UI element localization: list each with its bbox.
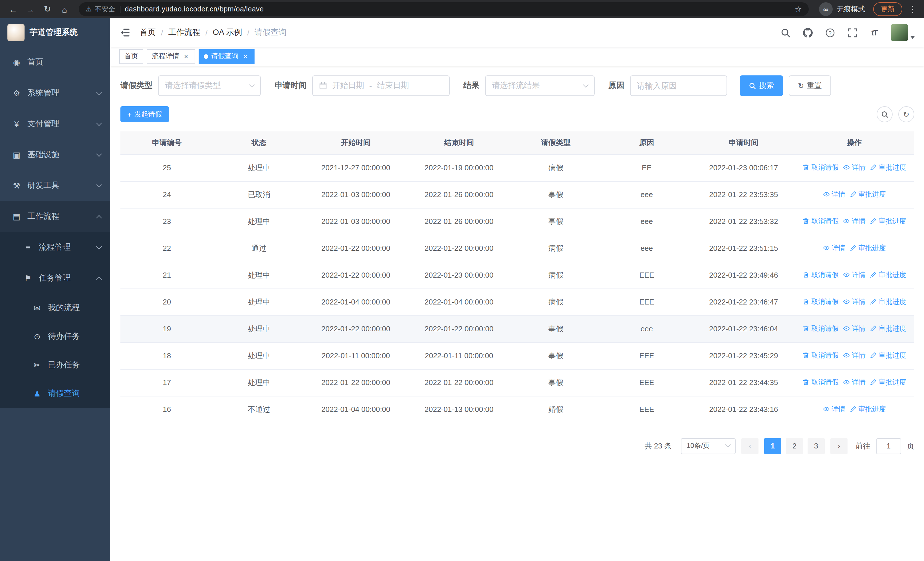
gear-icon: ⚙ — [11, 89, 22, 98]
detail-action-link[interactable]: 详情 — [823, 244, 845, 253]
progress-action-link[interactable]: 审批进度 — [870, 163, 906, 173]
breadcrumb-separator: / — [161, 28, 163, 37]
page-button-1[interactable]: 1 — [764, 438, 782, 454]
detail-action-link[interactable]: 详情 — [843, 217, 866, 226]
detail-action-link[interactable]: 详情 — [843, 163, 866, 173]
cell-status: 处理中 — [213, 154, 304, 181]
close-icon[interactable]: × — [182, 52, 190, 60]
cancel-action-link[interactable]: 取消请假 — [803, 351, 838, 361]
breadcrumb-item[interactable]: OA 示例 — [213, 27, 242, 38]
sidebar-item-task-mgmt[interactable]: ⚑任务管理 — [0, 263, 110, 294]
search-icon[interactable] — [780, 27, 791, 38]
detail-action-link[interactable]: 详情 — [843, 351, 866, 361]
cancel-action-link[interactable]: 取消请假 — [803, 163, 838, 173]
page-button-3[interactable]: 3 — [808, 438, 825, 454]
browser-home-icon[interactable]: ⌂ — [57, 2, 72, 17]
cancel-action-link[interactable]: 取消请假 — [803, 217, 838, 226]
github-icon[interactable] — [802, 27, 813, 38]
delete-icon — [803, 325, 810, 332]
sidebar-item-process-mgmt[interactable]: ≡流程管理 — [0, 232, 110, 263]
apply-time-range-picker[interactable]: 开始日期 - 结束日期 — [312, 75, 450, 96]
reason-label: 原因 — [608, 81, 624, 91]
sidebar-item-leave-query[interactable]: ♟请假查询 — [0, 379, 110, 408]
app-logo[interactable]: 芋道管理系统 — [0, 18, 110, 47]
progress-action-link[interactable]: 审批进度 — [870, 217, 906, 226]
browser-reload-icon[interactable]: ↻ — [40, 2, 55, 17]
sidebar-item-home[interactable]: ◉首页 — [0, 47, 110, 78]
pagination: 共 23 条 10条/页 ‹ 123 › 前往 页 — [120, 438, 914, 454]
progress-action-link[interactable]: 审批进度 — [870, 270, 906, 280]
tab-首页[interactable]: 首页 — [119, 49, 143, 64]
cell-apply-id: 19 — [120, 315, 213, 342]
sidebar-item-devtools[interactable]: ⚒研发工具 — [0, 170, 110, 201]
fullscreen-icon[interactable] — [846, 27, 858, 38]
sidebar-item-done-task[interactable]: ✂已办任务 — [0, 351, 110, 379]
security-warning[interactable]: ⚠ 不安全 — [86, 4, 115, 14]
browser-forward-icon[interactable]: → — [23, 2, 38, 17]
reason-input[interactable] — [630, 75, 727, 96]
progress-action-link[interactable]: 审批进度 — [870, 378, 906, 387]
sidebar-item-payment[interactable]: ¥支付管理 — [0, 108, 110, 139]
progress-action-link[interactable]: 审批进度 — [850, 405, 886, 414]
reset-button[interactable]: ↻ 重置 — [789, 75, 831, 96]
cancel-action-link[interactable]: 取消请假 — [803, 324, 838, 334]
sidebar-item-my-process[interactable]: ✉我的流程 — [0, 294, 110, 322]
cell-reason: eee — [601, 315, 693, 342]
sidebar-item-todo-task[interactable]: ⊙待办任务 — [0, 322, 110, 351]
detail-action-link[interactable]: 详情 — [843, 378, 866, 387]
refresh-table-button[interactable]: ↻ — [898, 106, 914, 122]
cell-status: 处理中 — [213, 369, 304, 396]
help-icon[interactable]: ? — [824, 27, 836, 38]
leave-type-placeholder: 请选择请假类型 — [165, 81, 221, 91]
cancel-action-link[interactable]: 取消请假 — [803, 297, 838, 307]
page-size-select[interactable]: 10条/页 — [681, 438, 736, 454]
sidebar-item-workflow[interactable]: ▤工作流程 — [0, 201, 110, 232]
breadcrumb-item[interactable]: 工作流程 — [168, 27, 200, 38]
result-select[interactable]: 请选择流结果 — [485, 75, 595, 96]
detail-action-link[interactable]: 详情 — [843, 270, 866, 280]
progress-action-link[interactable]: 审批进度 — [870, 324, 906, 334]
cell-apply-id: 18 — [120, 342, 213, 369]
progress-action-link[interactable]: 审批进度 — [850, 190, 886, 199]
cancel-action-link[interactable]: 取消请假 — [803, 378, 838, 387]
leave-type-select[interactable]: 请选择请假类型 — [158, 75, 261, 96]
detail-action-link[interactable]: 详情 — [823, 190, 845, 199]
progress-action-link[interactable]: 审批进度 — [870, 351, 906, 361]
tab-流程详情[interactable]: 流程详情× — [147, 49, 195, 64]
sidebar-item-system[interactable]: ⚙系统管理 — [0, 78, 110, 108]
sidebar-item-label: 支付管理 — [27, 119, 97, 129]
create-leave-button[interactable]: + 发起请假 — [120, 106, 169, 122]
cell-end-time: 2022-01-22 00:00:00 — [407, 369, 511, 396]
cell-apply-time: 2022-01-22 23:49:46 — [693, 262, 795, 289]
cancel-action-link[interactable]: 取消请假 — [803, 270, 838, 280]
goto-page-input[interactable] — [876, 438, 901, 454]
next-page-button[interactable]: › — [830, 438, 848, 454]
eye-icon — [843, 272, 850, 278]
tab-请假查询[interactable]: 请假查询× — [199, 49, 255, 64]
sidebar-collapse-icon[interactable] — [119, 27, 131, 38]
search-button[interactable]: 搜索 — [740, 75, 783, 96]
progress-action-link[interactable]: 审批进度 — [850, 244, 886, 253]
prev-page-button[interactable]: ‹ — [741, 438, 759, 454]
detail-action-link[interactable]: 详情 — [843, 297, 866, 307]
address-bar[interactable]: ⚠ 不安全 dashboard.yudao.iocoder.cn/bpm/oa/… — [79, 2, 809, 16]
toggle-search-button[interactable] — [877, 106, 892, 122]
browser-update-button[interactable]: 更新 — [873, 2, 902, 16]
cell-actions: 取消请假详情审批进度 — [795, 315, 914, 342]
browser-back-icon[interactable]: ← — [6, 2, 21, 17]
user-avatar[interactable] — [891, 24, 915, 41]
cell-apply-time: 2022-01-22 23:46:04 — [693, 315, 795, 342]
detail-action-link[interactable]: 详情 — [843, 324, 866, 334]
sidebar-item-infra[interactable]: ▣基础设施 — [0, 139, 110, 170]
cell-start-time: 2022-01-04 00:00:00 — [304, 396, 407, 423]
page-button-2[interactable]: 2 — [786, 438, 803, 454]
close-icon[interactable]: × — [242, 52, 249, 60]
browser-menu-icon[interactable]: ⋮ — [907, 4, 918, 14]
detail-action-link[interactable]: 详情 — [823, 405, 845, 414]
bookmark-star-icon[interactable]: ☆ — [795, 5, 802, 14]
font-size-icon[interactable]: tT — [868, 27, 880, 38]
cell-leave-type: 病假 — [511, 235, 601, 262]
cell-apply-time: 2022-01-22 23:44:35 — [693, 369, 795, 396]
breadcrumb-item[interactable]: 首页 — [140, 27, 156, 38]
progress-action-link[interactable]: 审批进度 — [870, 297, 906, 307]
